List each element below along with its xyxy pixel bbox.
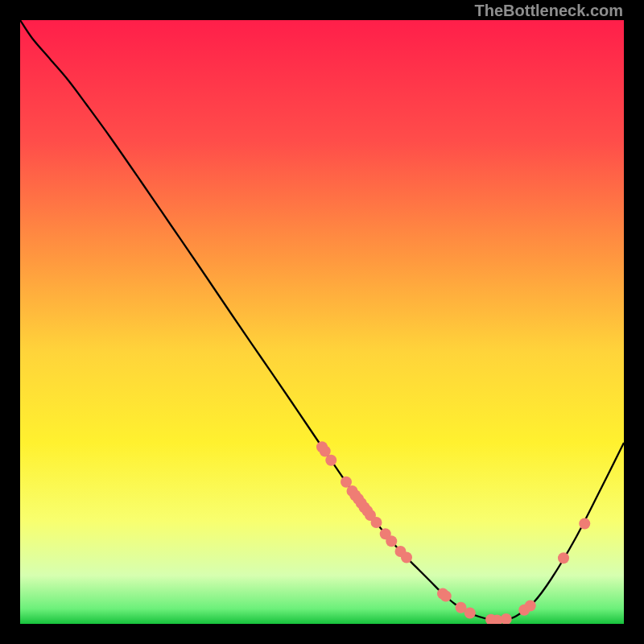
data-point [325, 455, 336, 466]
data-point [501, 613, 512, 624]
data-point [525, 601, 536, 612]
data-point [464, 608, 476, 619]
data-point [579, 518, 590, 530]
bottleneck-curve [20, 20, 624, 621]
chart-stage: TheBottleneck.com [0, 0, 644, 644]
plot-area [20, 20, 624, 624]
data-point [558, 552, 569, 564]
data-point [440, 591, 452, 602]
data-point [371, 517, 382, 528]
curve-layer [20, 20, 624, 624]
data-point-markers [316, 441, 590, 624]
data-point [386, 535, 397, 547]
attribution-text: TheBottleneck.com [475, 2, 623, 20]
data-point [401, 552, 412, 564]
